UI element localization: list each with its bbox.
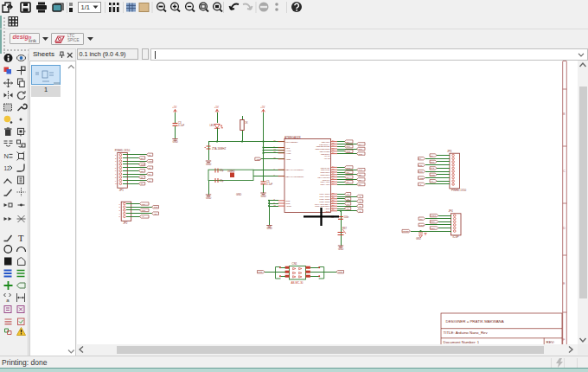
svg-text:1: 1 bbox=[118, 203, 120, 206]
svg-text:100n: 100n bbox=[344, 215, 349, 219]
svg-text:XTAL1: XTAL1 bbox=[324, 155, 331, 157]
svg-text:26: 26 bbox=[332, 199, 335, 201]
svg-text:ADC7: ADC7 bbox=[324, 210, 330, 212]
svg-text:GND: GND bbox=[285, 202, 290, 204]
svg-text:1/1: 1/1 bbox=[81, 3, 90, 11]
svg-text:21: 21 bbox=[274, 204, 277, 206]
svg-text:AVCC: AVCC bbox=[285, 152, 291, 154]
svg-text:16MHZ: 16MHZ bbox=[227, 170, 235, 173]
svg-text:16: 16 bbox=[332, 170, 335, 172]
svg-text:PB4(MISO): PB4(MISO) bbox=[320, 151, 330, 152]
svg-text:16: 16 bbox=[332, 144, 335, 146]
svg-text:22p: 22p bbox=[220, 169, 224, 172]
svg-text:GND: GND bbox=[141, 164, 146, 166]
svg-text:5: 5 bbox=[118, 215, 120, 218]
svg-text:N: N bbox=[4, 152, 9, 160]
svg-text:JP3: JP3 bbox=[447, 150, 452, 153]
svg-text:GND: GND bbox=[431, 174, 436, 176]
svg-text:19: 19 bbox=[332, 151, 335, 153]
svg-text:5: 5 bbox=[115, 167, 117, 170]
svg-text:8: 8 bbox=[274, 174, 276, 176]
svg-text:AB-MC-30: AB-MC-30 bbox=[291, 281, 304, 285]
svg-text:E: E bbox=[563, 282, 566, 285]
svg-text:28: 28 bbox=[332, 204, 335, 206]
svg-text:19: 19 bbox=[332, 177, 335, 179]
svg-text:DESIGNER = PRATIK MAKWANA: DESIGNER = PRATIK MAKWANA bbox=[446, 319, 504, 324]
svg-text:PD3(INT1): PD3(INT1) bbox=[321, 174, 330, 176]
svg-text:+5V: +5V bbox=[260, 106, 265, 109]
svg-text:AREF: AREF bbox=[285, 158, 291, 160]
svg-text:ADC6: ADC6 bbox=[324, 208, 330, 209]
svg-text:GND: GND bbox=[261, 195, 266, 198]
svg-text:2: 2 bbox=[118, 206, 120, 208]
svg-text:5: 5 bbox=[274, 202, 276, 203]
svg-text:PD0(RXD): PD0(RXD) bbox=[321, 167, 330, 169]
svg-text:4: 4 bbox=[118, 213, 120, 215]
svg-text:PC4(ADC4/SDA): PC4(ADC4/SDA) bbox=[315, 203, 330, 205]
svg-text:TX1: TX1 bbox=[359, 169, 363, 171]
svg-text:PD7(AIN1): PD7(AIN1) bbox=[320, 183, 329, 185]
svg-text:GND: GND bbox=[267, 227, 272, 230]
svg-text:PC6(/RESET): PC6(/RESET) bbox=[285, 141, 298, 143]
svg-text:VIN: VIN bbox=[142, 203, 145, 206]
svg-text:D: D bbox=[563, 227, 566, 230]
svg-text:24: 24 bbox=[332, 195, 335, 196]
svg-text:TITLE: Arduino Nano_Rev: TITLE: Arduino Nano_Rev bbox=[444, 330, 489, 335]
svg-text:23: 23 bbox=[332, 192, 335, 194]
svg-text:B: B bbox=[563, 112, 566, 116]
svg-text:PB0(ICP): PB0(ICP) bbox=[322, 141, 330, 143]
svg-text:T: T bbox=[18, 234, 24, 243]
svg-text:14: 14 bbox=[332, 139, 335, 141]
svg-text:30: 30 bbox=[332, 208, 335, 210]
svg-text:PC3(ADC3): PC3(ADC3) bbox=[319, 201, 329, 202]
svg-text:PC5(ADC5/SCL): PC5(ADC5/SCL) bbox=[315, 205, 329, 207]
svg-text:1K: 1K bbox=[245, 121, 248, 125]
svg-text:RX0: RX0 bbox=[347, 167, 351, 170]
svg-text:25: 25 bbox=[332, 196, 335, 198]
svg-text:AREF: AREF bbox=[255, 158, 261, 161]
svg-text:AGND: AGND bbox=[285, 205, 291, 207]
svg-text:+5V: +5V bbox=[214, 106, 219, 109]
svg-text:29: 29 bbox=[274, 139, 277, 141]
svg-text:PB2(SS/OC1B): PB2(SS/OC1B) bbox=[316, 145, 330, 147]
svg-text:3: 3 bbox=[118, 209, 120, 212]
svg-text:ICSP: ICSP bbox=[453, 235, 459, 239]
svg-text:C: C bbox=[563, 170, 566, 173]
svg-text:29: 29 bbox=[332, 207, 335, 208]
svg-text:D11: D11 bbox=[419, 164, 423, 167]
svg-text:MOSI: MOSI bbox=[419, 224, 425, 227]
svg-text:GND: GND bbox=[173, 140, 178, 144]
svg-text:8: 8 bbox=[115, 176, 117, 179]
svg-text:GND: GND bbox=[416, 237, 421, 241]
svg-text:20: 20 bbox=[332, 180, 335, 182]
svg-text:0.1uF: 0.1uF bbox=[178, 124, 184, 127]
svg-text:18: 18 bbox=[332, 149, 335, 151]
svg-text:PB3(MOSI/OC2): PB3(MOSI/OC2) bbox=[315, 148, 329, 150]
svg-text:15: 15 bbox=[332, 142, 335, 144]
svg-text:AREF: AREF bbox=[419, 177, 425, 180]
svg-text:6: 6 bbox=[115, 170, 117, 172]
svg-text:2: 2 bbox=[115, 157, 117, 160]
svg-text:17: 17 bbox=[332, 147, 335, 149]
svg-text:PB6(XTAL1/TOSC1): PB6(XTAL1/TOSC1) bbox=[285, 169, 304, 170]
svg-text:PC0(ADC0): PC0(ADC0) bbox=[319, 193, 329, 195]
svg-text:27: 27 bbox=[332, 202, 335, 203]
svg-text:GND: GND bbox=[338, 271, 343, 273]
svg-text:F: F bbox=[563, 338, 566, 342]
svg-text:1: 1 bbox=[115, 154, 117, 157]
svg-text:3: 3 bbox=[274, 198, 276, 200]
svg-text:PD6(AIN0): PD6(AIN0) bbox=[320, 181, 329, 183]
svg-text:0.1uF: 0.1uF bbox=[266, 183, 272, 186]
svg-text:CN1: CN1 bbox=[292, 262, 297, 266]
svg-text:PINHD-1X10: PINHD-1X10 bbox=[451, 189, 467, 192]
svg-text:D10: D10 bbox=[431, 161, 435, 164]
svg-text:PD5(T1): PD5(T1) bbox=[323, 179, 330, 181]
svg-text:RESET: RESET bbox=[403, 230, 411, 233]
svg-text:PD1(TXD): PD1(TXD) bbox=[321, 169, 330, 170]
svg-text:AVCC: AVCC bbox=[285, 150, 291, 151]
svg-text:3: 3 bbox=[115, 160, 117, 163]
svg-text:D13: D13 bbox=[359, 153, 363, 156]
svg-text:GND: GND bbox=[338, 247, 343, 251]
svg-text:XTAL2: XTAL2 bbox=[324, 157, 331, 159]
svg-text:RST: RST bbox=[149, 160, 153, 163]
